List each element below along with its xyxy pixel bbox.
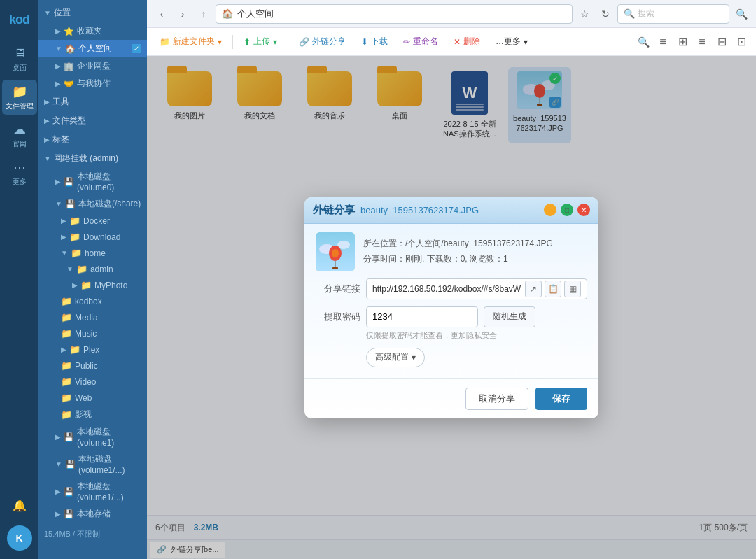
- delete-label: 删除: [463, 36, 480, 48]
- tree-item-label: Docker: [83, 216, 110, 226]
- share-link-label: 分享链接: [316, 283, 360, 295]
- expand-arrow-icon: ▼: [66, 265, 74, 273]
- main-area: ‹ › ↑ 🏠 个人空间 ☆ ↻ 🔍 搜索 🔍 📁 新建文件夹 ▾ ⬆ 上传 ▾…: [147, 0, 756, 559]
- tree-item-movies[interactable]: 📁 影视: [38, 406, 147, 423]
- tree-item-plex[interactable]: ▶ 📁 Plex: [38, 341, 147, 358]
- advanced-config-button[interactable]: 高级配置 ▾: [366, 348, 425, 367]
- folder-icon: 📁: [61, 409, 72, 420]
- tree-item-favorites[interactable]: ▶ ⭐ 收藏夹: [38, 22, 147, 40]
- new-folder-icon: 📁: [160, 37, 170, 47]
- save-button[interactable]: 保存: [536, 388, 587, 410]
- upload-label: 上传: [253, 36, 270, 48]
- tree-item-share[interactable]: ▼ 💾 本地磁盘(/share): [38, 195, 147, 213]
- zoom-in-button[interactable]: 🔍: [634, 33, 652, 51]
- tree-item-local-storage[interactable]: ▶ 💾 本地存储: [38, 505, 147, 523]
- share-info-text: 分享时间：刚刚, 下载数：0, 浏览数：1: [363, 252, 553, 267]
- search-bar[interactable]: 🔍 搜索: [617, 4, 729, 24]
- rename-button[interactable]: ✏ 重命名: [396, 31, 445, 52]
- bookmark-button[interactable]: ☆: [575, 5, 594, 23]
- tree-item-personal-space[interactable]: ▼ 🏠 个人空间 ✓: [38, 40, 147, 57]
- sidebar-item-notification[interactable]: 🔔: [2, 488, 37, 523]
- tree-item-label: Web: [75, 393, 92, 403]
- tree-item-volume1[interactable]: ▶ 💾 本地磁盘(volume1): [38, 423, 147, 451]
- expand-arrow-icon: ▶: [55, 62, 61, 70]
- new-folder-button[interactable]: 📁 新建文件夹 ▾: [153, 31, 229, 52]
- sidebar-item-more[interactable]: ⋯ 更多: [2, 155, 37, 190]
- tree-item-volume1-sub2[interactable]: ▶ 💾 本地磁盘(volume1/...): [38, 478, 147, 505]
- expand-arrow-icon: ▶: [55, 510, 61, 518]
- dialog-meta: 所在位置：/个人空间/beauty_1595137623174.JPG 分享时间…: [363, 236, 553, 267]
- view-grid-button[interactable]: ⊞: [673, 33, 692, 51]
- tree-item-music[interactable]: 📁 Music: [38, 325, 147, 341]
- download-icon: ⬇: [361, 37, 368, 47]
- download-button[interactable]: ⬇ 下载: [354, 31, 395, 52]
- open-link-button[interactable]: ↗: [525, 281, 542, 297]
- tree-item-video[interactable]: 📁 Video: [38, 374, 147, 390]
- upload-button[interactable]: ⬆ 上传 ▾: [237, 31, 284, 52]
- folder-icon: 📁: [61, 360, 72, 371]
- tree-item-collaborate[interactable]: ▶ 🤝 与我协作: [38, 75, 147, 92]
- tree-item-kodbox[interactable]: 📁 kodbox: [38, 293, 147, 309]
- sidebar-item-cloud[interactable]: ☁ 官网: [2, 118, 37, 153]
- expand-arrow-icon: ▼: [44, 9, 51, 17]
- view-detail-button[interactable]: ⊟: [713, 33, 731, 51]
- search-placeholder: 搜索: [638, 8, 654, 20]
- folder-icon: 📁: [76, 264, 88, 274]
- share-link-value-field[interactable]: http://192.168.50.192/kodbox/#s/8bavW ↗ …: [366, 278, 587, 299]
- more-button[interactable]: …更多 ▾: [489, 31, 535, 52]
- tree-item-label: 本地磁盘(volume1): [77, 426, 141, 448]
- expand-arrow-icon: ▼: [55, 45, 62, 52]
- dialog-header: 外链分享 beauty_1595137623174.JPG — □ ✕: [304, 197, 598, 224]
- hdd-icon: 💾: [64, 509, 74, 519]
- address-bar[interactable]: 🏠 个人空间: [216, 4, 573, 24]
- tree-section-tags[interactable]: ▶ 标签: [38, 130, 147, 149]
- tree-item-admin[interactable]: ▼ 📁 admin: [38, 261, 147, 277]
- cancel-share-button[interactable]: 取消分享: [465, 388, 528, 410]
- tree-item-volume0[interactable]: ▶ 💾 本地磁盘(volume0): [38, 168, 147, 195]
- tree-item-public[interactable]: 📁 Public: [38, 358, 147, 374]
- sidebar-item-desktop[interactable]: 🖥 桌面: [2, 42, 37, 77]
- user-avatar[interactable]: K: [15, 532, 22, 544]
- tree-section-filetypes[interactable]: ▶ 文件类型: [38, 111, 147, 130]
- tree-item-media[interactable]: 📁 Media: [38, 309, 147, 325]
- forward-button[interactable]: ›: [174, 5, 192, 23]
- qrcode-button[interactable]: ▦: [564, 281, 581, 297]
- tree-item-docker[interactable]: ▶ 📁 Docker: [38, 213, 147, 229]
- view-list-button[interactable]: ≡: [693, 33, 711, 51]
- share-button[interactable]: 🔗 外链分享: [292, 31, 353, 52]
- search-button[interactable]: 🔍: [732, 5, 750, 23]
- close-button[interactable]: ✕: [578, 204, 590, 216]
- tree-section-network[interactable]: ▼ 网络挂载 (admin): [38, 149, 147, 168]
- copy-link-button[interactable]: 📋: [545, 281, 561, 297]
- tree-item-enterprise[interactable]: ▶ 🏢 企业网盘: [38, 57, 147, 75]
- delete-button[interactable]: ✕ 删除: [447, 31, 487, 52]
- random-gen-button[interactable]: 随机生成: [484, 306, 536, 327]
- advanced-label: 高级配置: [375, 351, 409, 363]
- tree-item-download[interactable]: ▶ 📁 Download: [38, 229, 147, 245]
- tree-item-label: home: [85, 248, 106, 258]
- tree-item-volume1-sub1[interactable]: ▼ 💾 本地磁盘(volume1/...): [38, 451, 147, 478]
- upload-icon: ⬆: [244, 37, 251, 47]
- active-indicator: ✓: [132, 44, 141, 53]
- tree-item-label: 本地磁盘(/share): [78, 198, 141, 210]
- sidebar-icon-label: 桌面: [13, 63, 27, 73]
- tree-section-label: 工具: [52, 96, 69, 108]
- tree-section-tools[interactable]: ▶ 工具: [38, 92, 147, 111]
- expand-arrow-icon: ▶: [61, 233, 66, 241]
- minimize-button[interactable]: —: [544, 204, 556, 216]
- tree-item-home[interactable]: ▼ 📁 home: [38, 245, 147, 261]
- back-button[interactable]: ‹: [153, 5, 171, 23]
- tree-section-location[interactable]: ▼ 位置: [38, 3, 147, 22]
- expand-arrow-icon: ▶: [72, 281, 78, 289]
- settings-button[interactable]: ⊡: [732, 33, 750, 51]
- more-label: …更多: [496, 36, 521, 48]
- maximize-button[interactable]: □: [561, 204, 573, 216]
- reload-button[interactable]: ↻: [596, 5, 615, 23]
- tree-item-web[interactable]: 📁 Web: [38, 390, 147, 406]
- refresh-button[interactable]: ↑: [195, 5, 213, 23]
- sidebar-item-files[interactable]: 📁 文件管理: [2, 80, 37, 115]
- sort-button[interactable]: ≡: [654, 33, 672, 51]
- tree-item-label: Media: [75, 313, 98, 323]
- password-input[interactable]: [366, 306, 478, 327]
- tree-item-myphoto[interactable]: ▶ 📁 MyPhoto: [38, 277, 147, 293]
